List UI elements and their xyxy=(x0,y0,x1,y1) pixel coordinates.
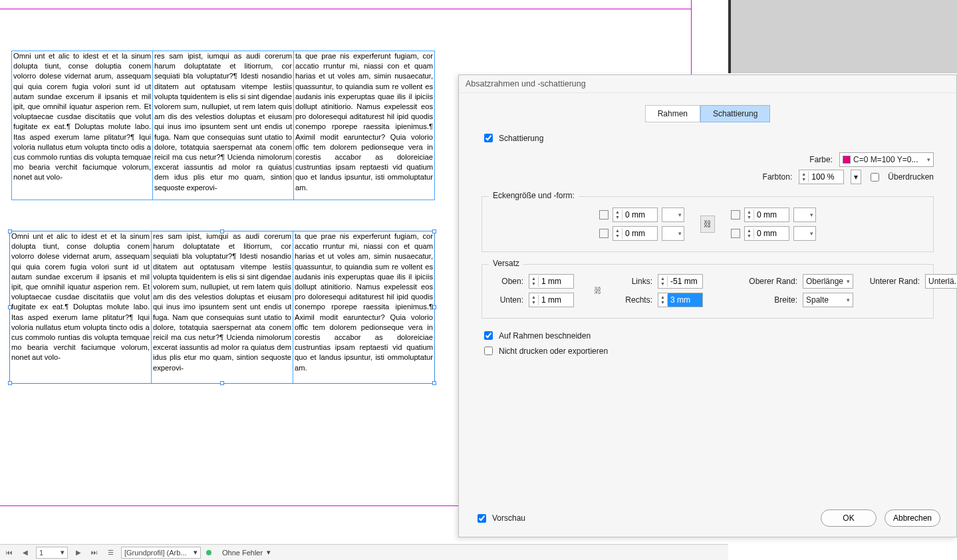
corners-group: Eckengröße und -form: ▲▼ ▾ ▲▼ ▾ ⛓ xyxy=(481,196,934,252)
ok-button[interactable]: OK xyxy=(821,509,877,527)
color-swatch-icon xyxy=(843,156,851,164)
chevron-down-icon: ▾ xyxy=(267,548,271,557)
text-column: Omni unt et alic to idest et et la sinum… xyxy=(10,231,151,383)
chevron-down-icon: ▾ xyxy=(844,278,850,285)
status-bar: ⏮ ◀ 1▾ ▶ ⏭ ☰ [Grundprofil] (Arb...▾ Ohne… xyxy=(0,544,728,560)
corner-tr-icon xyxy=(731,210,740,219)
link-corners-toggle[interactable]: ⛓ xyxy=(700,215,715,233)
corner-tr-spinner[interactable]: ▲▼ xyxy=(744,208,789,222)
offset-bottom-label: Unten: xyxy=(493,295,523,305)
selection-handle[interactable] xyxy=(220,381,224,385)
selection-handle[interactable] xyxy=(8,229,12,233)
offset-top-label: Oben: xyxy=(493,277,523,286)
preflight-ok-icon xyxy=(206,550,211,555)
margin-guide-top xyxy=(0,9,692,9)
lower-edge-combo[interactable]: Unterlä...▾ xyxy=(925,274,957,289)
chevron-down-icon: ▾ xyxy=(194,548,198,557)
corner-tl-spinner[interactable]: ▲▼ xyxy=(613,208,658,222)
page-last-button[interactable]: ⏭ xyxy=(89,547,100,558)
pasteboard xyxy=(728,0,957,73)
selection-handle[interactable] xyxy=(432,229,436,233)
margin-guide-bottom xyxy=(0,505,505,506)
page-next-button[interactable]: ▶ xyxy=(73,547,84,558)
no-print-label: Nicht drucken oder exportieren xyxy=(499,347,608,356)
text-column: res sam ipist, iumqui as audi corerum ha… xyxy=(153,51,293,200)
preview-checkbox[interactable] xyxy=(478,514,486,523)
offset-group: Versatz Oben: ▲▼ Unten: ▲▼ ⛓̸ Links: xyxy=(481,264,934,319)
cancel-button[interactable]: Abbrechen xyxy=(885,509,940,527)
chevron-down-icon: ▾ xyxy=(844,297,850,303)
offset-top-spinner[interactable]: ▲▼ xyxy=(529,274,574,289)
no-print-checkbox[interactable] xyxy=(484,347,493,355)
offset-left-label: Links: xyxy=(622,277,652,286)
offset-right-label: Rechts: xyxy=(622,295,652,305)
tint-dropdown[interactable]: ▾ xyxy=(851,170,861,184)
text-column: ta que prae nis experferunt fugiam, cor … xyxy=(293,231,434,383)
tab-frame[interactable]: Rahmen xyxy=(645,105,700,122)
text-column: Omni unt et alic to idest et et la sinum… xyxy=(12,51,152,200)
selection-handle[interactable] xyxy=(220,229,224,233)
dialog-title: Absatzrahmen und -schattierung xyxy=(459,75,956,93)
corner-tl-shape[interactable]: ▾ xyxy=(662,208,684,222)
shading-enable-label: Schattierung xyxy=(499,134,543,143)
text-frame-bottom-selected[interactable]: Omni unt et alic to idest et et la sinum… xyxy=(9,231,435,384)
tint-input[interactable] xyxy=(809,170,843,184)
preflight-profile-combo[interactable]: [Grundprofil] (Arb...▾ xyxy=(121,547,201,559)
corner-bl-shape[interactable]: ▾ xyxy=(662,226,684,241)
dialog-footer: Vorschau OK Abbrechen xyxy=(459,499,956,537)
offset-left-spinner[interactable]: ▲▼ xyxy=(658,274,703,289)
text-column: res sam ipist, iumqui as audi corerum ha… xyxy=(152,231,293,383)
preview-label: Vorschau xyxy=(492,513,525,523)
paragraph-border-shading-dialog: Absatzrahmen und -schattierung Rahmen Sc… xyxy=(458,74,957,537)
offset-group-title: Versatz xyxy=(489,259,523,268)
corner-br-shape[interactable]: ▾ xyxy=(793,226,816,241)
selection-handle[interactable] xyxy=(432,381,436,385)
upper-edge-combo[interactable]: Oberlänge▾ xyxy=(803,274,853,289)
corners-group-title: Eckengröße und -form: xyxy=(489,191,579,200)
selection-handle[interactable] xyxy=(8,381,12,385)
offset-bottom-spinner[interactable]: ▲▼ xyxy=(529,293,574,307)
width-label: Breite: xyxy=(738,295,797,305)
open-navigator-button[interactable]: ☰ xyxy=(105,547,116,558)
corner-bl-spinner[interactable]: ▲▼ xyxy=(613,226,658,241)
page-number-combo[interactable]: 1▾ xyxy=(36,547,68,559)
lower-edge-label: Unterer Rand: xyxy=(859,277,920,286)
corner-tl-icon xyxy=(599,210,609,219)
selection-handle[interactable] xyxy=(8,305,12,309)
dialog-tabs: Rahmen Schattierung xyxy=(459,105,956,122)
corner-br-spinner[interactable]: ▲▼ xyxy=(744,226,789,241)
corner-bl-icon xyxy=(599,229,609,238)
corner-tr-shape[interactable]: ▾ xyxy=(793,208,816,222)
offset-right-spinner[interactable]: ▲▼ xyxy=(658,293,703,307)
chevron-down-icon: ▾ xyxy=(924,156,930,163)
tab-shading[interactable]: Schattierung xyxy=(700,105,770,122)
page-first-button[interactable]: ⏮ xyxy=(4,547,15,558)
overprint-label: Überdrucken xyxy=(888,172,934,182)
clip-to-frame-checkbox[interactable] xyxy=(484,331,493,340)
link-offsets-toggle[interactable]: ⛓̸ xyxy=(594,283,602,298)
width-combo[interactable]: Spalte▾ xyxy=(803,293,853,307)
selection-handle[interactable] xyxy=(432,305,436,309)
chevron-down-icon: ▾ xyxy=(61,548,65,557)
page-edge xyxy=(728,0,731,73)
upper-edge-label: Oberer Rand: xyxy=(738,277,797,286)
tint-label: Farbton: xyxy=(763,172,793,182)
tint-spinner[interactable]: ▲▼ xyxy=(799,170,844,184)
color-label: Farbe: xyxy=(809,155,833,164)
page-prev-button[interactable]: ◀ xyxy=(20,547,31,558)
shading-enable-checkbox[interactable] xyxy=(484,134,493,142)
preflight-status[interactable]: Ohne Fehler▾ xyxy=(219,547,279,559)
text-frame-top[interactable]: Omni unt et alic to idest et et la sinum… xyxy=(11,51,435,200)
text-column: ta que prae nis experferunt fugiam, cor … xyxy=(294,51,434,200)
corner-br-icon xyxy=(731,229,740,238)
color-value: C=0 M=100 Y=0... xyxy=(853,155,918,164)
overprint-checkbox[interactable] xyxy=(871,173,879,182)
clip-to-frame-label: Auf Rahmen beschneiden xyxy=(499,331,591,341)
color-combo[interactable]: C=0 M=100 Y=0... ▾ xyxy=(839,152,934,167)
